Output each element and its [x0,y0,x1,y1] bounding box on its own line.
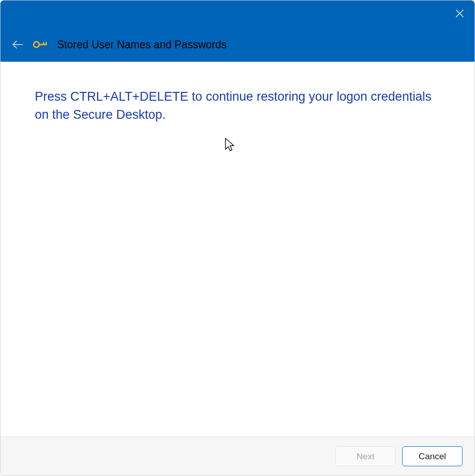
titlebar [0,0,475,27]
header: Stored User Names and Passwords [0,27,475,62]
page-title: Stored User Names and Passwords [57,39,227,51]
back-arrow-icon[interactable] [12,39,24,50]
dialog-window: Stored User Names and Passwords Press CT… [0,0,475,476]
instruction-text: Press CTRL+ALT+DELETE to continue restor… [35,88,440,124]
cancel-button[interactable]: Cancel [402,446,462,466]
footer: Next Cancel [0,437,475,476]
key-icon [31,35,50,54]
next-button: Next [335,446,396,466]
close-icon[interactable] [455,9,464,20]
content-area: Press CTRL+ALT+DELETE to continue restor… [0,62,475,437]
